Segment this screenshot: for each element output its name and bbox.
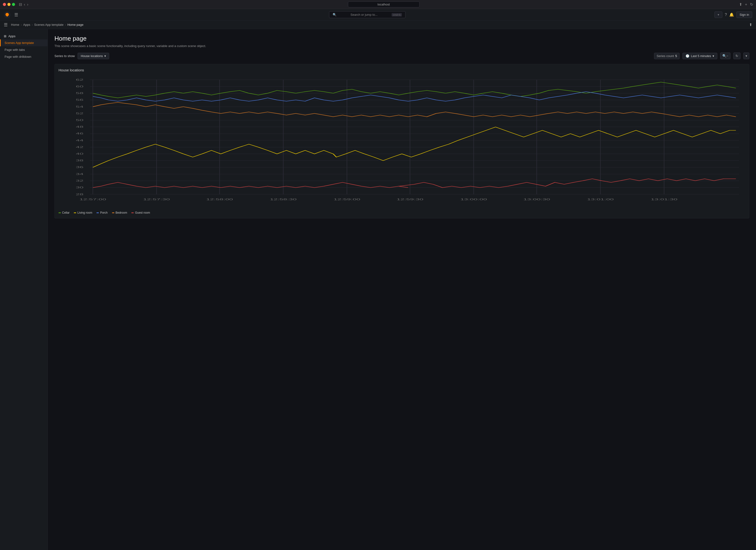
legend-dot-bedroom (112, 212, 114, 213)
svg-text:48: 48 (76, 125, 84, 128)
series-count-value[interactable]: 5 (675, 54, 677, 58)
content-area: Home page This scene showcases a basic s… (48, 29, 756, 550)
refresh-icon[interactable]: ↻ (750, 2, 753, 7)
time-range-label: Last 5 minutes (691, 54, 711, 58)
titlebar-right: ⬆ + ↻ (739, 2, 753, 7)
new-tab-icon[interactable]: + (745, 2, 747, 7)
grafana-logo (4, 11, 11, 18)
legend-dot-guest-room (131, 212, 134, 213)
page-title: Home page (54, 35, 749, 42)
legend-label-bedroom: Bedroom (116, 211, 127, 214)
breadcrumb-apps[interactable]: Apps (23, 23, 30, 26)
topnav-search: 🔍 Search or jump to... cmd+k (23, 11, 712, 18)
legend-item-living-room: Living room (74, 211, 92, 214)
zoom-out-icon: 🔍− (722, 54, 728, 58)
main-layout: ⊞ Apps Scenes App template Page with tab… (0, 29, 756, 550)
svg-text:12:58:00: 12:58:00 (206, 198, 233, 201)
more-options-icon: ▾ (745, 54, 747, 58)
refresh-button[interactable]: ↻ (733, 53, 740, 59)
chart-title: House locations (59, 68, 745, 72)
svg-text:50: 50 (76, 119, 84, 122)
svg-text:58: 58 (76, 92, 84, 95)
svg-text:13:01:30: 13:01:30 (651, 198, 677, 201)
hamburger-icon[interactable]: ☰ (14, 12, 18, 17)
house-locations-label: House locations (81, 54, 103, 58)
notifications-icon[interactable]: 🔔 (729, 12, 734, 17)
forward-icon[interactable]: › (27, 2, 28, 7)
refresh-chart-icon: ↻ (735, 54, 738, 58)
legend-label-guest-room: Guest room (135, 211, 150, 214)
url-bar[interactable]: localhost (348, 1, 420, 7)
time-range-chevron-icon: ▾ (713, 54, 714, 58)
sidebar-item-label-2: Page with drilldown (5, 55, 31, 58)
traffic-lights (3, 3, 15, 6)
topnav-right: + ? 🔔 Sign in (714, 11, 752, 18)
legend-dot-living-room (74, 212, 76, 213)
svg-text:30: 30 (76, 186, 84, 189)
series-to-show-label: Series to show (54, 54, 75, 58)
svg-text:13:00:00: 13:00:00 (460, 198, 487, 201)
svg-text:34: 34 (76, 173, 84, 176)
signin-button[interactable]: Sign in (736, 11, 752, 18)
sidebar-item-scenes-app-template[interactable]: Scenes App template (0, 39, 48, 46)
search-icon: 🔍 (333, 13, 336, 16)
svg-text:46: 46 (76, 132, 84, 135)
svg-text:54: 54 (76, 105, 84, 108)
clock-icon: 🕐 (686, 54, 689, 58)
svg-text:12:59:30: 12:59:30 (397, 198, 423, 201)
svg-text:56: 56 (76, 98, 84, 101)
legend-label-cellar: Cellar (62, 211, 69, 214)
maximize-button[interactable] (12, 3, 15, 6)
plus-icon: + (718, 13, 719, 16)
svg-text:44: 44 (76, 139, 84, 142)
svg-text:12:57:00: 12:57:00 (80, 198, 106, 201)
chart-panel: House locations .grid-line { stroke: #2a… (54, 64, 749, 218)
svg-text:12:58:30: 12:58:30 (270, 198, 297, 201)
svg-text:60: 60 (76, 85, 84, 88)
breadcrumb-sep-1: › (21, 23, 22, 26)
sidebar-item-label-0: Scenes App template (5, 41, 34, 45)
sidebar-item-label-1: Page with tabs (5, 48, 25, 52)
search-shortcut: cmd+k (392, 13, 402, 16)
sidebar-item-page-with-drilldown[interactable]: Page with drilldown (0, 53, 48, 60)
toolbar-row: Series to show House locations ▾ Series … (54, 53, 749, 59)
svg-text:12:57:30: 12:57:30 (143, 198, 170, 201)
legend-dot-porch (96, 212, 99, 213)
sidebar-section-apps: ⊞ Apps (0, 33, 48, 39)
sidebar: ⊞ Apps Scenes App template Page with tab… (0, 29, 48, 550)
sidebar-item-page-with-tabs[interactable]: Page with tabs (0, 46, 48, 53)
collapse-icon[interactable]: ⬆ (749, 22, 752, 27)
series-count-container: Series count 5 (654, 53, 680, 59)
search-bar[interactable]: 🔍 Search or jump to... cmd+k (329, 11, 405, 18)
legend-item-guest-room: Guest room (131, 211, 150, 214)
nav-menu-icon[interactable]: ☰ (4, 22, 8, 27)
legend-item-cellar: Cellar (59, 211, 69, 214)
breadcrumb-sep-3: › (65, 23, 66, 26)
legend-label-living-room: Living room (77, 211, 92, 214)
svg-text:38: 38 (76, 159, 84, 162)
zoom-out-button[interactable]: 🔍− (720, 53, 730, 59)
breadcrumb-current: Home page (67, 23, 83, 26)
legend-dot-cellar (59, 212, 61, 213)
page-description: This scene showcases a basic scene funct… (54, 44, 749, 48)
legend-item-porch: Porch (96, 211, 107, 214)
time-range-button[interactable]: 🕐 Last 5 minutes ▾ (682, 53, 717, 59)
svg-text:42: 42 (76, 146, 84, 149)
svg-text:12:59:00: 12:59:00 (334, 198, 360, 201)
chart-legend: Cellar Living room Porch Bedroom Guest r… (59, 211, 745, 214)
breadcrumb-template[interactable]: Scenes App template (34, 23, 64, 26)
search-placeholder: Search or jump to... (351, 13, 378, 16)
back-icon[interactable]: ‹ (24, 2, 25, 7)
help-icon[interactable]: ? (725, 13, 727, 17)
breadcrumb-home[interactable]: Home (11, 23, 19, 26)
breadcrumb-bar: ☰ Home › Apps › Scenes App template › Ho… (0, 21, 756, 29)
share-icon[interactable]: ⬆ (739, 2, 742, 7)
breadcrumb-sep-2: › (32, 23, 33, 26)
close-button[interactable] (3, 3, 6, 6)
minimize-button[interactable] (7, 3, 11, 6)
chart-svg: .grid-line { stroke: #2a2a34; stroke-wid… (59, 75, 745, 209)
more-options-button[interactable]: ▾ (743, 53, 749, 59)
sidebar-toggle-icon[interactable]: ⊟ (19, 2, 22, 7)
house-locations-dropdown[interactable]: House locations ▾ (78, 53, 109, 59)
add-button[interactable]: + (714, 11, 723, 18)
